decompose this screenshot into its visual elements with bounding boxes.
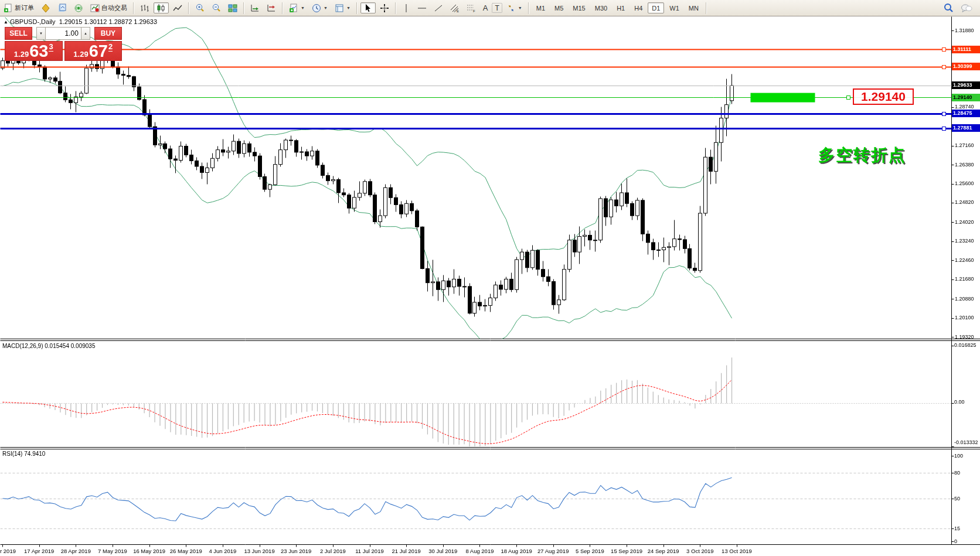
bar-chart-button[interactable] [137,2,152,13]
sell-price-display[interactable]: 1.29 63 3 [5,41,63,61]
timeframe-m1[interactable]: M1 [532,2,549,13]
timeframe-h4[interactable]: H4 [630,2,646,13]
cursor-icon [363,4,373,13]
timeframe-w1[interactable]: W1 [665,2,683,13]
toolbar-separator [706,2,707,14]
time-axis-label: 26 May 2019 [165,548,206,554]
time-axis-label: 16 May 2019 [129,548,170,554]
tile-windows-button[interactable] [225,2,240,13]
timeframe-m15[interactable]: M15 [569,2,589,13]
rsi-axis-label: 15 [954,526,960,531]
favorites-button[interactable] [38,2,53,13]
auto-trading-label: 自动交易 [101,4,127,12]
time-axis-label: 3 Oct 2019 [679,548,720,554]
turning-point-annotation[interactable]: 多空转折点 [818,144,906,166]
macd-axis-label: -0.013332 [954,439,978,445]
price-tick-label: 1.28740 [955,104,974,110]
cursor-button[interactable] [360,2,376,13]
search-button[interactable] [941,2,957,13]
toolbar-separator [356,2,358,14]
collapse-triangle-icon: ▲ [4,19,8,25]
time-axis-label: 27 Aug 2019 [533,548,574,554]
svg-text:E: E [457,9,459,13]
trendline-icon [434,4,443,13]
price-tick-label: 1.21680 [955,276,974,282]
tile-windows-icon [228,4,237,13]
templates-button[interactable]: ▼ [332,2,353,13]
arrows-button[interactable]: ▼ [503,2,525,13]
buy-price-big: 67 [89,43,108,60]
macd-axis-label: 0.016825 [954,342,976,348]
rsi-axis-label: 80 [954,470,960,476]
vertical-line-icon [402,4,410,13]
auto-scroll-icon [250,4,260,13]
line-chart-button[interactable] [170,2,185,13]
auto-trading-icon [90,4,100,13]
time-axis-label: 15 Sep 2019 [606,548,647,554]
rsi-axis-label: 50 [954,496,960,502]
auto-scroll-button[interactable] [247,2,263,13]
time-axis-label: 13 Jun 2019 [239,548,280,554]
indicators-button[interactable]: ▼ [286,2,308,13]
time-axis-label: 2 Jul 2019 [312,548,353,554]
volume-increase-button[interactable]: ▲ [81,27,90,40]
zoom-in-button[interactable] [192,2,207,13]
trendline-button[interactable] [431,2,446,13]
channel-button[interactable]: E [447,2,462,13]
volume-decrease-button[interactable]: ▼ [36,27,46,40]
rsi-indicator-label: RSI(14) 74.9410 [2,451,45,457]
fibonacci-icon: F [467,4,476,13]
time-axis-label: 7 May 2019 [92,548,133,554]
fibonacci-button[interactable]: F [464,2,479,13]
crosshair-button[interactable] [377,2,392,13]
time-axis-label: 17 Apr 2019 [19,548,60,554]
time-axis-label: 23 Jun 2019 [275,548,317,554]
buy-button[interactable]: BUY [94,27,122,40]
sell-price-big: 63 [29,43,48,60]
price-tick-label: 1.27160 [955,142,974,148]
price-tick-label: 1.20880 [955,296,974,302]
buy-price-display[interactable]: 1.29 67 2 [64,41,122,61]
price-tick-label: 1.24820 [955,199,974,205]
arrows-caret-icon: ▼ [518,6,522,10]
text-label-button[interactable]: T [492,3,502,13]
timeframe-m5[interactable]: M5 [550,2,567,13]
price-line-badge: 1.28475 [952,110,980,117]
price-annotation-box[interactable]: 1.29140 [853,88,914,105]
chart-canvas[interactable] [0,0,980,556]
crosshair-icon [380,4,389,13]
auto-trading-button[interactable]: 自动交易 [87,2,130,13]
market-watch-button[interactable] [55,2,70,13]
toolbar-separator [282,2,283,14]
buy-price-pip: 2 [108,42,113,52]
svg-text:F: F [473,9,475,13]
price-tick-label: 1.25600 [955,180,974,186]
market-watch-icon [57,4,67,13]
price-line-badge: 1.30399 [952,63,980,70]
text-button[interactable]: A [480,2,491,13]
new-order-button[interactable]: 新订单 [1,2,37,13]
horizontal-line-button[interactable] [414,2,430,13]
favorites-icon [41,4,50,13]
signals-button[interactable] [71,2,86,13]
candlestick-chart-icon [156,4,166,13]
chat-icon [961,4,972,13]
timeframe-m30[interactable]: M30 [591,2,611,13]
timeframe-d1[interactable]: D1 [648,2,664,13]
volume-input[interactable]: 1.00 [46,27,81,40]
chart-title: ▲GBPUSD-,Daily 1.29015 1.30112 1.28872 1… [4,18,157,25]
search-icon [944,3,954,13]
candlestick-chart-button[interactable] [154,2,169,13]
sell-price-pip: 3 [49,42,53,52]
zoom-out-button[interactable] [209,2,224,13]
chart-shift-button[interactable] [264,2,279,13]
timeframe-h1[interactable]: H1 [612,2,629,13]
price-line-badge: 1.29140 [952,94,980,101]
time-axis-label: 30 Jul 2019 [423,548,464,554]
periods-button[interactable]: ▼ [309,2,331,13]
sell-button[interactable]: SELL [5,27,32,40]
vertical-line-button[interactable] [399,2,413,13]
periods-caret-icon: ▼ [324,6,328,10]
chat-button[interactable] [958,2,975,13]
timeframe-mn[interactable]: MN [685,2,703,13]
